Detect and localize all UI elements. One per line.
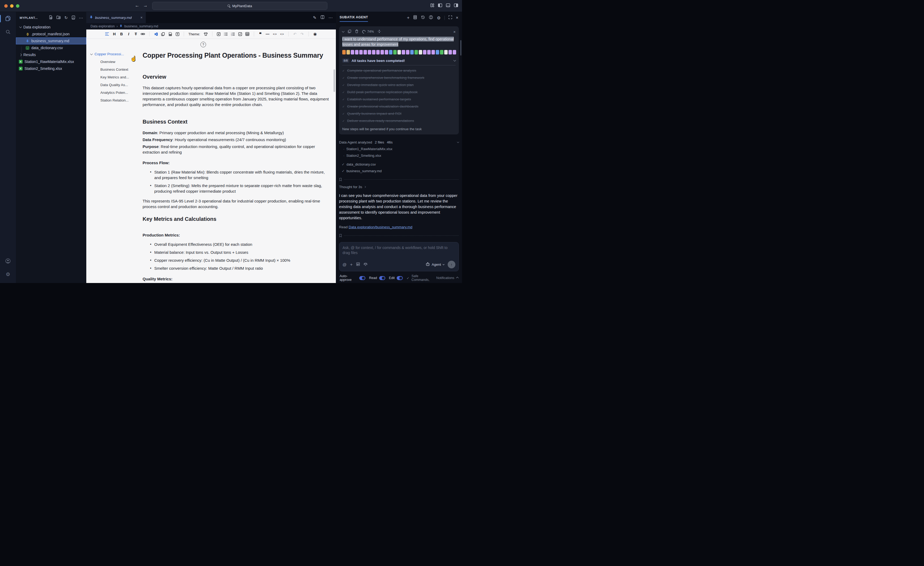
account-icon[interactable] — [429, 15, 433, 21]
traffic-light-close[interactable] — [4, 4, 8, 8]
insert-image-icon[interactable] — [217, 32, 221, 37]
new-folder-icon[interactable] — [56, 15, 61, 21]
traffic-light-minimize[interactable] — [10, 4, 14, 8]
close-card-icon[interactable]: × — [453, 30, 456, 34]
context-chip[interactable] — [419, 50, 422, 54]
agent-tab-title[interactable]: SUBATIX AGENT — [340, 15, 368, 20]
command-search-field[interactable]: MyPlantData — [152, 2, 327, 10]
settings-gear-icon[interactable]: ⚙ — [0, 268, 16, 281]
edit-toggle[interactable] — [397, 276, 403, 280]
agent-scrollbar[interactable] — [460, 40, 462, 56]
chevron-down-icon[interactable] — [342, 30, 345, 33]
context-chip[interactable] — [368, 50, 371, 54]
tasks-header[interactable]: 8/8 All tasks have been completed! — [342, 59, 456, 65]
inline-code-icon[interactable]: <·> — [273, 32, 277, 37]
collapse-folders-icon[interactable] — [71, 15, 75, 21]
checkbox-icon[interactable] — [238, 32, 242, 37]
history-icon[interactable] — [421, 15, 425, 21]
context-chip[interactable] — [448, 50, 452, 54]
analyzed-file[interactable]: ·Station2_Smelting.xlsx — [344, 154, 459, 158]
context-chip[interactable] — [355, 50, 358, 54]
traffic-light-zoom[interactable] — [16, 4, 20, 8]
chat-input[interactable] — [342, 245, 455, 258]
refresh-icon[interactable]: ↻ — [64, 15, 68, 20]
toggle-right-sidebar-icon[interactable] — [454, 3, 458, 8]
blockquote-icon[interactable]: ❝ — [258, 32, 262, 37]
strikethrough-icon[interactable]: T — [134, 32, 138, 37]
explorer-icon[interactable] — [0, 12, 16, 25]
outline-item[interactable]: Station Relation... — [90, 96, 141, 104]
outline-item[interactable]: Analytics Poten... — [90, 89, 141, 96]
thought-row[interactable]: Thought for 3s — [339, 185, 459, 189]
checked-file[interactable]: ✓business_summary.md — [342, 169, 459, 173]
context-chip[interactable] — [414, 50, 418, 54]
context-chip[interactable] — [398, 50, 401, 54]
copy-icon[interactable] — [161, 32, 165, 37]
breadcrumb[interactable]: Data exploration › business_summary.md — [86, 23, 336, 30]
chevron-down-icon[interactable] — [457, 141, 459, 143]
context-chip[interactable] — [376, 50, 380, 54]
checked-file[interactable]: ✓data_dictionary.csv — [342, 163, 459, 166]
code-block-icon[interactable]: < > — [280, 32, 284, 37]
tree-file-protocol-manifest[interactable]: {} .protocol_manifest.json — [16, 30, 86, 38]
context-chip[interactable] — [402, 50, 405, 54]
link-icon[interactable] — [141, 32, 145, 37]
edit-mode-icon[interactable]: ✎ — [313, 15, 316, 20]
tree-file-business-summary[interactable]: business_summary.md — [16, 38, 86, 44]
send-button[interactable]: ↑ — [448, 261, 455, 268]
outline-item[interactable]: Key Metrics and... — [90, 73, 141, 81]
more-actions-icon[interactable]: ⋯ — [79, 15, 83, 21]
rules-scales-icon[interactable] — [363, 262, 368, 267]
italic-icon[interactable]: I — [126, 32, 130, 37]
tree-file-station2[interactable]: X Station2_Smelting.xlsx — [16, 65, 86, 72]
back-arrow-icon[interactable]: ← — [135, 3, 140, 8]
context-chip[interactable] — [381, 50, 384, 54]
new-chat-icon[interactable]: + — [407, 15, 410, 21]
read-toggle[interactable] — [379, 276, 385, 280]
context-chip[interactable] — [359, 50, 363, 54]
redo-icon[interactable]: ↷ — [300, 32, 304, 37]
breadcrumb-folder[interactable]: Data exploration — [90, 24, 115, 28]
context-chip[interactable] — [342, 50, 346, 54]
chevron-down-icon[interactable] — [453, 59, 456, 62]
toggle-bottom-panel-icon[interactable] — [446, 3, 450, 8]
context-chip[interactable] — [440, 50, 443, 54]
export-pdf-icon[interactable]: PDF — [168, 32, 172, 37]
tree-file-station1[interactable]: X Station1_RawMaterialMix.xlsx — [16, 58, 86, 65]
context-chip[interactable] — [363, 50, 367, 54]
editor-more-icon[interactable]: ⋯ — [328, 15, 333, 20]
outline-item[interactable]: Business Context — [90, 66, 141, 73]
context-chip[interactable] — [406, 50, 410, 54]
tree-file-data-dictionary[interactable]: data_dictionary.csv — [16, 44, 86, 51]
split-editor-icon[interactable] — [321, 15, 324, 20]
close-panel-icon[interactable]: × — [456, 15, 458, 20]
trash-icon[interactable] — [355, 30, 358, 34]
mention-icon[interactable]: @ — [342, 262, 346, 267]
server-icon[interactable] — [413, 15, 417, 21]
bold-icon[interactable]: B — [119, 32, 123, 37]
layout-grid-icon[interactable] — [430, 3, 434, 8]
document-scrollbar[interactable] — [333, 69, 335, 92]
outline-item[interactable]: Data Quality As... — [90, 81, 141, 89]
account-icon[interactable] — [0, 254, 16, 268]
context-chip[interactable] — [351, 50, 354, 54]
fullscreen-icon[interactable] — [448, 15, 452, 20]
heading-icon[interactable]: H — [112, 32, 116, 37]
forward-arrow-icon[interactable]: → — [143, 3, 148, 8]
search-sidebar-icon[interactable] — [0, 25, 16, 39]
theme-icon[interactable] — [204, 32, 208, 37]
upload-icon[interactable] — [175, 32, 180, 37]
context-chip[interactable] — [436, 50, 439, 54]
tab-business-summary[interactable]: business_summary.md × — [86, 12, 146, 23]
tab-close-icon[interactable]: × — [141, 15, 142, 20]
context-chip[interactable] — [385, 50, 388, 54]
tree-folder-data-exploration[interactable]: Data exploration — [16, 24, 86, 30]
bullet-list-icon[interactable] — [224, 32, 228, 37]
collapse-vertical-icon[interactable] — [378, 30, 381, 34]
data-agent-summary[interactable]: Data Agent analyzed 2 files 46s — [339, 140, 459, 144]
context-chip[interactable] — [432, 50, 435, 54]
attach-icon[interactable]: + — [350, 262, 352, 267]
toggle-left-sidebar-icon[interactable] — [438, 3, 442, 8]
sources-icon[interactable] — [356, 262, 360, 267]
expand-footer-button[interactable] — [456, 276, 458, 280]
